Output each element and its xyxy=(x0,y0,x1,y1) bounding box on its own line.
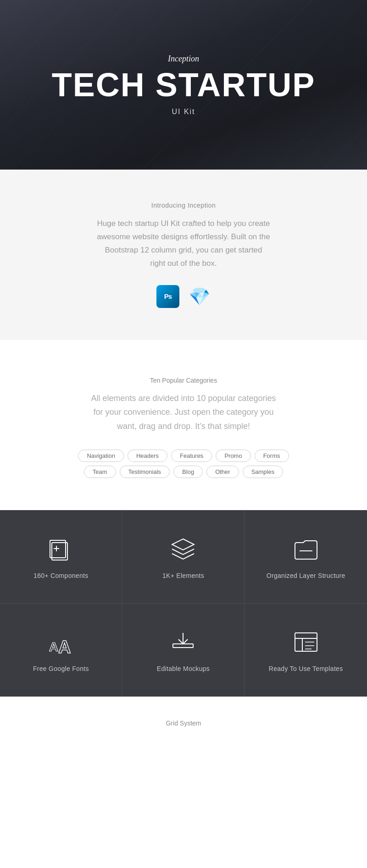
feature-mockups: Editable Mockups xyxy=(122,604,245,697)
folder-icon xyxy=(291,534,321,564)
feature-components: 160+ Components xyxy=(0,511,122,604)
categories-tag: Ten Popular Categories xyxy=(9,377,358,384)
layer-structure-label: Organized Layer Structure xyxy=(267,572,345,579)
tool-icons-row: Ps 💎 xyxy=(9,285,358,308)
mockups-label: Editable Mockups xyxy=(157,665,210,672)
templates-label: Ready To Use Templates xyxy=(269,665,343,672)
tag-samples[interactable]: Samples xyxy=(243,466,284,478)
svg-text:A: A xyxy=(58,637,71,657)
feature-templates: Ready To Use Templates xyxy=(245,604,367,697)
templates-icon xyxy=(291,627,321,657)
categories-section: Ten Popular Categories All elements are … xyxy=(0,340,367,511)
layers-icon xyxy=(168,534,198,564)
fonts-icon: A A xyxy=(46,627,76,657)
hero-section: Inception TECH STARTUP UI Kit xyxy=(0,0,367,170)
hero-content: Inception TECH STARTUP UI Kit xyxy=(52,54,316,116)
tag-testimonials[interactable]: Testimonials xyxy=(120,466,170,478)
intro-description: Huge tech startup UI Kit crafted to help… xyxy=(96,217,271,270)
grid-tag: Grid System xyxy=(9,720,358,727)
feature-layer-structure: Organized Layer Structure xyxy=(245,511,367,604)
tag-headers[interactable]: Headers xyxy=(128,450,167,462)
intro-section: Introducing Inception Huge tech startup … xyxy=(0,170,367,340)
components-label: 160+ Components xyxy=(33,572,88,579)
tag-blog[interactable]: Blog xyxy=(173,466,203,478)
features-grid: 160+ Components 1K+ Elements Organized L… xyxy=(0,510,367,697)
intro-tag: Introducing Inception xyxy=(9,202,358,209)
tag-other[interactable]: Other xyxy=(206,466,239,478)
hero-label: UI Kit xyxy=(52,108,316,116)
sketch-icon: 💎 xyxy=(188,285,211,308)
feature-elements: 1K+ Elements xyxy=(122,511,245,604)
category-tags-row: Navigation Headers Features Promo Forms … xyxy=(69,450,298,478)
elements-label: 1K+ Elements xyxy=(162,572,204,579)
grid-section: Grid System xyxy=(0,697,367,741)
fonts-label: Free Google Fonts xyxy=(33,665,89,672)
components-icon xyxy=(46,534,76,564)
tag-navigation[interactable]: Navigation xyxy=(78,450,123,462)
hero-title: TECH STARTUP xyxy=(52,68,316,101)
tag-forms[interactable]: Forms xyxy=(255,450,289,462)
categories-heading: All elements are divided into 10 popular… xyxy=(87,391,280,434)
svg-marker-4 xyxy=(172,539,194,550)
tag-promo[interactable]: Promo xyxy=(216,450,250,462)
photoshop-icon: Ps xyxy=(156,285,179,308)
tag-features[interactable]: Features xyxy=(171,450,212,462)
svg-text:A: A xyxy=(49,640,58,654)
download-box-icon xyxy=(168,627,198,657)
hero-subtitle: Inception xyxy=(52,54,316,64)
feature-fonts: A A Free Google Fonts xyxy=(0,604,122,697)
tag-team[interactable]: Team xyxy=(84,466,116,478)
